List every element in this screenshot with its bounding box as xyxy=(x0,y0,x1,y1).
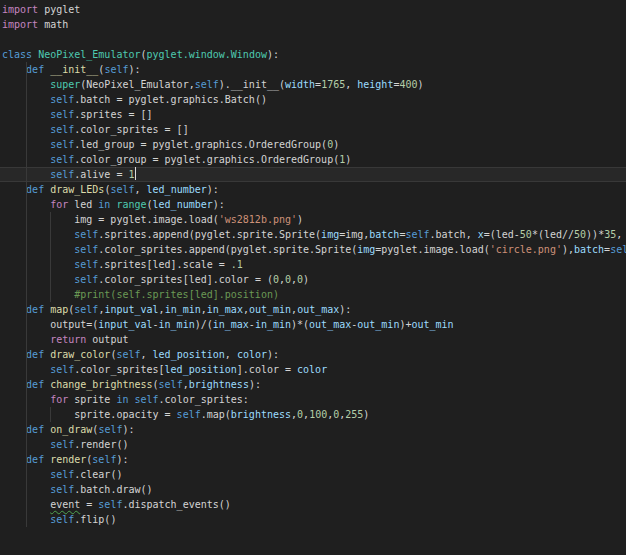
code-token: self xyxy=(177,409,201,420)
code-line[interactable]: def draw_color(self, led_position, color… xyxy=(0,347,626,362)
code-token: sprite xyxy=(68,394,116,405)
code-line[interactable]: def change_brightness(self,brightness): xyxy=(0,377,626,392)
code-token: self xyxy=(50,439,74,450)
code-line[interactable]: self.flip() xyxy=(0,512,626,527)
code-token: change_brightness xyxy=(50,379,152,390)
code-line[interactable]: for sprite in self.color_sprites: xyxy=(0,392,626,407)
code-token: def xyxy=(26,304,44,315)
code-token: batch xyxy=(574,244,604,255)
code-token: self xyxy=(159,379,183,390)
code-line[interactable]: self.sprites.append(pyglet.sprite.Sprite… xyxy=(0,227,626,242)
code-token: 'ws2812b.png' xyxy=(219,214,297,225)
code-token: batch xyxy=(369,229,399,240)
code-token xyxy=(2,439,50,450)
code-token: ) xyxy=(297,214,303,225)
code-token xyxy=(2,199,50,210)
code-token: = xyxy=(80,499,98,510)
code-line[interactable]: self.led_group = pyglet.graphics.Ordered… xyxy=(0,137,626,152)
code-token: out_min xyxy=(411,319,453,330)
code-token: ) xyxy=(345,154,351,165)
code-line[interactable]: self.color_sprites[led_position].color =… xyxy=(0,362,626,377)
code-line[interactable]: #print(self.sprites[led].position) xyxy=(0,287,626,302)
code-line[interactable]: self.color_group = pyglet.graphics.Order… xyxy=(0,152,626,167)
code-line[interactable]: self.sprites = [] xyxy=(0,107,626,122)
code-token: self xyxy=(74,229,98,240)
code-token: self xyxy=(74,259,98,270)
code-line[interactable]: for led in range(led_number): xyxy=(0,197,626,212)
code-line[interactable]: def render(self): xyxy=(0,452,626,467)
code-token: 400 xyxy=(399,79,417,90)
code-token xyxy=(2,94,50,105)
code-token: .batch.draw() xyxy=(74,484,152,495)
code-line[interactable]: sprite.opacity = self.map(brightness,0,1… xyxy=(0,407,626,422)
code-editor[interactable]: import pygletimport mathclass NeoPixel_E… xyxy=(0,0,626,555)
code-token xyxy=(2,259,74,270)
code-line[interactable]: import math xyxy=(0,17,626,32)
code-token: NeoPixel_Emulator xyxy=(38,49,140,60)
code-line[interactable]: super(NeoPixel_Emulator,self).__init__(w… xyxy=(0,77,626,92)
code-token: ) xyxy=(333,139,339,150)
code-token: ): xyxy=(267,349,279,360)
code-line[interactable]: import pyglet xyxy=(0,2,626,17)
code-token: import xyxy=(2,4,38,15)
code-line[interactable]: self.sprites[led].scale = .1 xyxy=(0,257,626,272)
code-token: sprite.opacity = xyxy=(2,409,177,420)
code-line[interactable]: def map(self,input_val,in_min,in_max,out… xyxy=(0,302,626,317)
code-line[interactable]: def on_draw(self): xyxy=(0,422,626,437)
code-token: ): xyxy=(122,424,134,435)
code-token xyxy=(2,124,50,135)
code-token xyxy=(2,229,74,240)
code-line[interactable]: def draw_LEDs(self, led_number): xyxy=(0,182,626,197)
code-line[interactable]: self.color_sprites = [] xyxy=(0,122,626,137)
code-token: 35 xyxy=(604,229,616,240)
code-token: .alive = xyxy=(74,169,128,180)
code-token xyxy=(2,379,26,390)
code-token: self xyxy=(92,454,116,465)
code-token: ))* xyxy=(586,229,604,240)
code-token: .render() xyxy=(74,439,128,450)
code-line[interactable]: event = self.dispatch_events() xyxy=(0,497,626,512)
code-line[interactable]: self.batch.draw() xyxy=(0,482,626,497)
code-token: 'circle.png' xyxy=(490,244,562,255)
code-token xyxy=(2,79,50,90)
code-token: map xyxy=(50,304,68,315)
code-token: width xyxy=(285,79,315,90)
code-token: .flip() xyxy=(74,514,116,525)
code-token: class xyxy=(2,49,32,60)
code-token: ): xyxy=(128,64,140,75)
code-line[interactable]: self.color_sprites[led].color = (0,0,0) xyxy=(0,272,626,287)
code-token: out_min xyxy=(249,304,291,315)
code-line[interactable]: img = pyglet.image.load('ws2812b.png') xyxy=(0,212,626,227)
code-line[interactable]: class NeoPixel_Emulator(pyglet.window.Wi… xyxy=(0,47,626,62)
code-line[interactable]: self.render() xyxy=(0,437,626,452)
code-token: self xyxy=(50,484,74,495)
code-line[interactable]: output=(input_val-in_min)/(in_max-in_min… xyxy=(0,317,626,332)
code-token: self xyxy=(610,244,626,255)
code-token: self xyxy=(74,244,98,255)
code-token xyxy=(2,169,50,180)
code-line[interactable] xyxy=(0,32,626,47)
code-token: self xyxy=(50,169,74,180)
code-line[interactable]: def __init__(self): xyxy=(0,62,626,77)
code-line[interactable]: self.clear() xyxy=(0,467,626,482)
code-token: .map( xyxy=(201,409,231,420)
code-token: def xyxy=(26,424,44,435)
code-line[interactable]: self.alive = 1 xyxy=(0,167,626,182)
code-token: input_val xyxy=(98,319,152,330)
code-token: ) xyxy=(418,79,424,90)
code-token: pyglet xyxy=(38,4,80,15)
code-line[interactable]: self.color_sprites.append(pyglet.sprite.… xyxy=(0,242,626,257)
code-token: .led_group = pyglet.graphics.OrderedGrou… xyxy=(74,139,327,150)
code-token: def xyxy=(26,349,44,360)
code-token: self xyxy=(50,514,74,525)
code-token: def xyxy=(26,64,44,75)
code-token: out_max xyxy=(297,304,339,315)
code-token: self xyxy=(50,94,74,105)
code-token: 1 xyxy=(128,169,134,180)
code-line[interactable]: return output xyxy=(0,332,626,347)
code-token: self xyxy=(110,184,134,195)
code-token: img = pyglet.image.load( xyxy=(2,214,219,225)
code-line[interactable]: self.batch = pyglet.graphics.Batch() xyxy=(0,92,626,107)
code-token: ): xyxy=(207,184,219,195)
code-token: ): xyxy=(339,304,351,315)
